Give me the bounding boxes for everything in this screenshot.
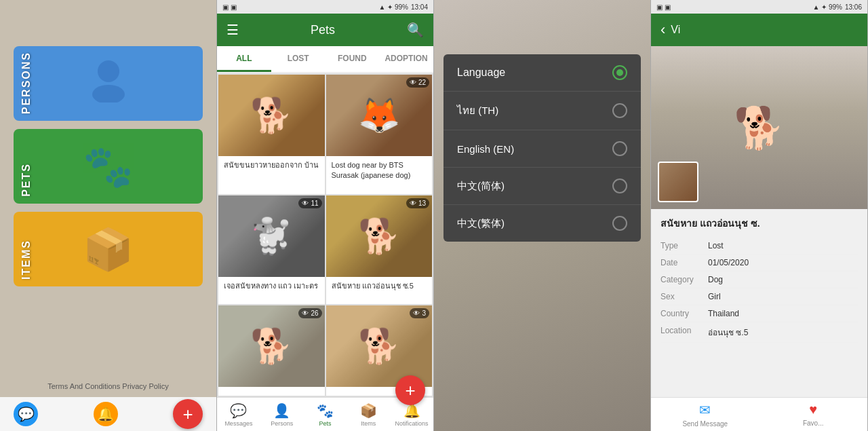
pet-card-5[interactable]: 🐕 👁 26 bbox=[218, 305, 325, 396]
favorite-icon: ♥ bbox=[809, 402, 817, 417]
pet-desc-3: เจอสนัขหลงทาง แถว เมาะตร bbox=[218, 277, 325, 295]
app-title-2: Pets bbox=[247, 23, 399, 37]
screen-pet-detail: ▣ ▣ ▲ ✦ 99% 13:06 ‹ Vi 🐕 สนัขหาย แถวอ่อน… bbox=[651, 0, 868, 431]
pet-photo-4: 🐕 bbox=[651, 46, 867, 209]
pet-card-1[interactable]: 🐕 สนัขขนยาวหายออกจาก บ้าน bbox=[218, 75, 325, 194]
detail-content-4: สนัขหาย แถวอ่อนนุช ซ. Type Lost Date 01/… bbox=[651, 209, 867, 397]
english-label: English (EN) bbox=[457, 143, 514, 155]
country-key: Country bbox=[660, 309, 708, 318]
language-header-row: Language bbox=[443, 54, 641, 92]
menu-cards: PERSONS 🐾 PETS 📦 ITEMS bbox=[14, 46, 203, 286]
chinese-simplified-radio[interactable] bbox=[612, 179, 627, 193]
nav-messages[interactable]: 💬 Messages bbox=[217, 398, 260, 431]
date-key: Date bbox=[660, 258, 708, 267]
favorite-button[interactable]: ♥ Favo... bbox=[760, 398, 868, 431]
language-option-chinese-traditional[interactable]: 中文(繁体) bbox=[443, 205, 641, 242]
detail-row-category: Category Dog bbox=[660, 271, 858, 288]
box-icon: 📦 bbox=[83, 225, 134, 274]
screen4-time: 13:06 bbox=[845, 3, 862, 11]
nav-persons[interactable]: 👤 Persons bbox=[260, 398, 304, 431]
chat-button[interactable]: 💬 bbox=[14, 402, 38, 426]
language-option-chinese-simplified[interactable]: 中文(简体) bbox=[443, 168, 641, 205]
tabs-bar: ALL LOST FOUND ADOPTION bbox=[217, 46, 433, 73]
search-icon-2[interactable]: 🔍 bbox=[407, 22, 424, 38]
tab-found[interactable]: FOUND bbox=[326, 46, 380, 72]
nav-items-label: Items bbox=[361, 420, 376, 427]
send-message-label: Send Message bbox=[682, 420, 728, 428]
detail-row-type: Type Lost bbox=[660, 238, 858, 255]
type-key: Type bbox=[660, 241, 708, 250]
back-button-4[interactable]: ‹ bbox=[660, 21, 665, 39]
nav-notifications-label: Notifications bbox=[395, 420, 429, 427]
nav-pets[interactable]: 🐾 Pets bbox=[304, 398, 347, 431]
hamburger-icon-2[interactable]: ☰ bbox=[226, 22, 239, 38]
pet-desc-4: สนัขหาย แถวอ่อนนุช ซ.5 bbox=[326, 277, 433, 295]
date-val: 01/05/2020 bbox=[708, 258, 749, 267]
view-count-6: 👁 3 bbox=[410, 308, 429, 318]
app-bar-4: ‹ Vi bbox=[651, 14, 867, 46]
nav-items[interactable]: 📦 Items bbox=[347, 398, 390, 431]
nav-messages-label: Messages bbox=[224, 420, 252, 427]
english-radio[interactable] bbox=[612, 141, 627, 156]
detail-row-date: Date 01/05/2020 bbox=[660, 255, 858, 271]
view-count-3: 👁 11 bbox=[298, 198, 321, 208]
persons-icon bbox=[85, 55, 132, 112]
nav-persons-label: Persons bbox=[271, 420, 293, 427]
status-bar-2: ▣ ▣ ▲ ✦ 99% 13:04 bbox=[217, 0, 433, 14]
menu-card-persons[interactable]: PERSONS bbox=[14, 46, 203, 121]
screen4-title: Vi bbox=[671, 24, 680, 36]
pets-label: PETS bbox=[20, 163, 33, 197]
language-header-label: Language bbox=[457, 67, 505, 79]
svg-point-0 bbox=[98, 60, 119, 82]
pet-grid: 🐕 สนัขขนยาวหายออกจาก บ้าน 🦊 👁 22 Lost do… bbox=[217, 73, 433, 397]
svg-point-1 bbox=[92, 85, 125, 102]
send-message-icon: ✉ bbox=[699, 402, 711, 418]
detail-row-location: Location อ่อนนุช ซ.5 bbox=[660, 322, 858, 343]
location-key: Location bbox=[660, 326, 708, 339]
paw-icon: 🐾 bbox=[83, 143, 134, 191]
screen-pets-list: ▣ ▣ ▲ ✦ 99% 13:04 ☰ Pets 🔍 ALL LOST FOUN… bbox=[217, 0, 434, 431]
thai-label: ไทย (TH) bbox=[457, 102, 498, 119]
favorite-label: Favo... bbox=[803, 419, 824, 427]
view-count-4: 👁 13 bbox=[406, 198, 429, 208]
pet-card-2[interactable]: 🦊 👁 22 Lost dog near by BTS Surasak (jap… bbox=[326, 75, 433, 194]
chinese-traditional-radio[interactable] bbox=[612, 216, 627, 231]
persons-nav-icon: 👤 bbox=[273, 402, 290, 419]
language-option-english[interactable]: English (EN) bbox=[443, 130, 641, 168]
location-val: อ่อนนุช ซ.5 bbox=[708, 326, 748, 339]
menu-card-items[interactable]: 📦 ITEMS bbox=[14, 212, 203, 286]
tab-lost[interactable]: LOST bbox=[271, 46, 326, 72]
pet-desc-1: สนัขขนยาวหายออกจาก บ้าน bbox=[218, 156, 325, 174]
screen2-time: 13:04 bbox=[411, 3, 428, 11]
country-val: Thailand bbox=[708, 309, 739, 318]
tab-adoption[interactable]: ADOPTION bbox=[379, 46, 433, 72]
footer-links[interactable]: Terms And Conditions Privacy Policy bbox=[0, 382, 216, 390]
pet-thumb-4[interactable] bbox=[658, 162, 698, 202]
detail-row-sex: Sex Girl bbox=[660, 288, 858, 305]
radio-inner bbox=[616, 69, 623, 76]
screen-home: ▣ ▣ ▲ ✦ 99% 13:04 ☰ PERSONS 🐾 PETS bbox=[0, 0, 217, 431]
language-option-thai[interactable]: ไทย (TH) bbox=[443, 92, 641, 130]
language-dialog: Language ไทย (TH) English (EN) 中文(简体) 中文… bbox=[443, 54, 641, 242]
thai-radio[interactable] bbox=[612, 103, 627, 118]
view-count-2: 👁 22 bbox=[406, 77, 429, 88]
language-header-radio bbox=[612, 65, 627, 80]
pets-nav-icon: 🐾 bbox=[317, 402, 334, 419]
fab-button-2[interactable]: + bbox=[395, 375, 425, 405]
status-bar-4: ▣ ▣ ▲ ✦ 99% 13:06 bbox=[651, 0, 867, 14]
pet-desc-2: Lost dog near by BTS Surasak (japanese d… bbox=[326, 156, 433, 185]
menu-card-pets[interactable]: 🐾 PETS bbox=[14, 129, 203, 204]
view-count-5: 👁 26 bbox=[298, 308, 321, 318]
fab-button-1[interactable]: + bbox=[173, 399, 203, 429]
chinese-simplified-label: 中文(简体) bbox=[457, 180, 505, 193]
bell-button[interactable]: 🔔 bbox=[94, 402, 118, 426]
tab-all[interactable]: ALL bbox=[217, 46, 271, 72]
category-val: Dog bbox=[708, 275, 723, 284]
pet-image-1: 🐕 bbox=[218, 75, 325, 156]
sex-key: Sex bbox=[660, 292, 708, 301]
bottom-actions-4: ✉ Send Message ♥ Favo... bbox=[651, 397, 867, 431]
type-val: Lost bbox=[708, 241, 724, 250]
send-message-button[interactable]: ✉ Send Message bbox=[651, 398, 760, 431]
pet-card-4[interactable]: 🐕 👁 13 สนัขหาย แถวอ่อนนุช ซ.5 bbox=[326, 195, 433, 304]
pet-card-3[interactable]: 🐩 👁 11 เจอสนัขหลงทาง แถว เมาะตร bbox=[218, 195, 325, 304]
